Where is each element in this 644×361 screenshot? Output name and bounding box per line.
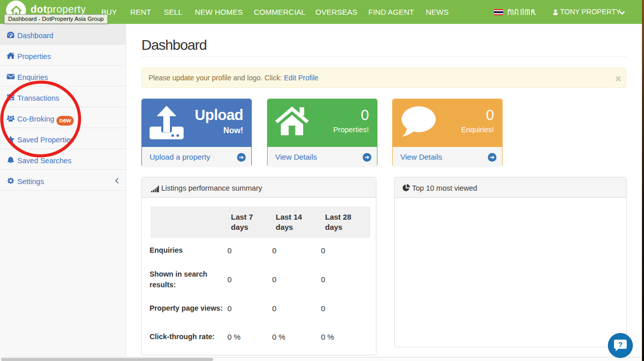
svg-text:?: ?	[618, 341, 623, 349]
